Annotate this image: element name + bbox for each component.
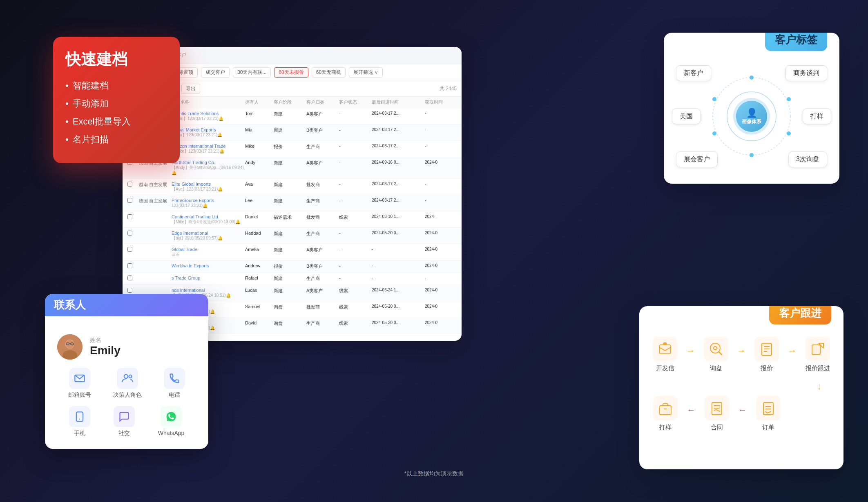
tag-exhibition[interactable]: 展会客户 xyxy=(676,151,718,167)
row-category: 生产商 xyxy=(306,198,339,204)
tag-usa[interactable]: 美国 xyxy=(672,109,701,124)
row-stage: 新建 xyxy=(274,275,306,282)
contract-icon xyxy=(705,396,729,420)
svg-rect-24 xyxy=(663,342,667,345)
email-label: 邮箱账号 xyxy=(68,391,91,399)
row-get-time: 2024-0 xyxy=(425,247,453,251)
row-get-time: - xyxy=(425,198,453,202)
row-status: 线索 xyxy=(339,214,372,220)
develop-icon xyxy=(653,337,677,361)
filter-deal[interactable]: 成交客户 xyxy=(201,67,230,78)
svg-rect-10 xyxy=(76,412,83,421)
svg-point-11 xyxy=(79,419,80,420)
tag-business-talk[interactable]: 商务谈判 xyxy=(785,65,827,81)
row-owner: Mike xyxy=(245,144,274,149)
row-status: 线索 xyxy=(339,304,372,310)
row-checkbox[interactable] xyxy=(127,231,132,235)
table-row[interactable]: 德国 自主发展 PrimeSource Exports 123(03/17 23… xyxy=(123,195,462,211)
list-item: Excel批量导入 xyxy=(65,116,167,128)
phone-label: 电话 xyxy=(169,391,180,399)
contact-title: 联系人 xyxy=(54,298,86,312)
svg-point-19 xyxy=(787,131,791,135)
row-last-follow: 2024-03-17 2... xyxy=(372,111,425,116)
row-checkbox[interactable] xyxy=(127,288,132,293)
row-last-follow: 2024-03-17 2... xyxy=(372,198,425,202)
contact-body: 姓名 Emily 邮箱账号 决策人角色 xyxy=(57,328,196,437)
arrow-1: → xyxy=(686,346,695,356)
col-last-follow: 最后跟进时间 xyxy=(372,99,425,105)
customer-tag-title: 客户标签 xyxy=(775,33,817,46)
table-row[interactable]: Edge International 【bid】高试(05/20 09:57)🔔… xyxy=(123,228,462,244)
row-last-follow: 2024-05-20 0... xyxy=(372,304,425,309)
quick-profile-list: 智能建档 手动添加 Excel批量导入 名片扫描 xyxy=(65,80,167,146)
row-owner: Lee xyxy=(245,198,274,203)
row-category: 批发商 xyxy=(306,182,339,188)
tag-sample[interactable]: 打样 xyxy=(803,109,831,124)
row-checkbox[interactable] xyxy=(127,182,132,187)
tag-inquiry3[interactable]: 3次询盘 xyxy=(788,151,827,167)
row-checkbox[interactable] xyxy=(127,263,132,268)
followup-content: 开发信 → 询盘 → 报价 → xyxy=(649,337,834,431)
row-checkbox[interactable] xyxy=(127,214,132,219)
row-get-time: 2024- xyxy=(425,214,453,219)
row-stage: 报价 xyxy=(274,144,306,150)
row-get-time: 2024-0 xyxy=(425,288,453,292)
svg-point-17 xyxy=(750,76,754,80)
contact-icon-mobile[interactable]: 手机 xyxy=(69,406,90,437)
customer-tag-header: 客户标签 xyxy=(765,33,827,51)
sample-label: 打样 xyxy=(659,424,672,431)
table-row[interactable]: s Trade Group Rafael 新建 生产商 - - - xyxy=(123,273,462,285)
row-last-follow: 2024-06-24 1... xyxy=(372,288,425,292)
row-company: Continental Trading Ltd. 【Mike】商洽4号发送(03… xyxy=(172,214,245,224)
svg-rect-40 xyxy=(660,406,671,415)
col-category: 客户归类 xyxy=(306,99,339,105)
table-row[interactable]: Global Trade 蓝石 Amelia 新建 A类客户 - - 2024-… xyxy=(123,244,462,260)
row-source: 德国 自主发展 xyxy=(139,198,172,204)
row-stage: 询盘 xyxy=(274,304,306,310)
arrow-3: → xyxy=(788,346,797,356)
contact-icon-role[interactable]: 决策人角色 xyxy=(113,368,142,399)
contact-icon-email[interactable]: 邮箱账号 xyxy=(68,368,91,399)
row-checkbox[interactable] xyxy=(127,275,132,280)
filter-60day-biz[interactable]: 60天无商机 xyxy=(312,67,346,78)
row-get-time: 2024-0 xyxy=(425,231,453,235)
row-status: - xyxy=(339,182,372,187)
row-last-follow: 2024-05-20 0... xyxy=(372,320,425,325)
row-status: - xyxy=(339,231,372,235)
row-stage: 报价 xyxy=(274,263,306,269)
row-category: A类客户 xyxy=(306,247,339,253)
mobile-label: 手机 xyxy=(74,430,85,437)
row-checkbox[interactable] xyxy=(127,247,132,252)
row-company: Worldwide Exports xyxy=(172,263,245,268)
contact-icon-phone[interactable]: 电话 xyxy=(164,368,185,399)
tag-new-customer[interactable]: 新客户 xyxy=(676,65,711,81)
svg-point-20 xyxy=(750,153,754,157)
row-checkbox[interactable] xyxy=(127,198,132,203)
order-icon xyxy=(756,396,781,420)
row-stage: 新建 xyxy=(274,182,306,188)
table-row[interactable]: 越南 自主发展 Elite Global Imports 【Ava】123(03… xyxy=(123,179,462,195)
contact-icon-social[interactable]: 社交 xyxy=(114,406,135,437)
svg-line-27 xyxy=(719,352,722,355)
row-company: Atlantic Trade Solutions 【Tom】123(03/17 … xyxy=(172,111,245,121)
filter-expand[interactable]: 展开筛选 ∨ xyxy=(349,67,383,78)
row-owner: Ava xyxy=(245,182,274,187)
row-category: A类客户 xyxy=(306,288,339,294)
quote-label: 报价 xyxy=(761,364,773,372)
row-stage: 新建 xyxy=(274,198,306,204)
action-export[interactable]: 导出 xyxy=(181,84,200,94)
contact-icons-row1: 邮箱账号 决策人角色 电话 xyxy=(57,368,196,399)
row-owner: David xyxy=(245,320,274,325)
contact-icon-whatsapp[interactable]: WhatsApp xyxy=(158,406,185,437)
row-last-follow: 2024-03-10 1... xyxy=(372,214,425,219)
row-get-time: - xyxy=(425,111,453,116)
row-owner: Rafael xyxy=(245,275,274,280)
row-stage: 新建 xyxy=(274,231,306,237)
table-row[interactable]: Continental Trading Ltd. 【Mike】商洽4号发送(03… xyxy=(123,211,462,228)
row-stage: 新建 xyxy=(274,111,306,117)
row-stage: 描述需求 xyxy=(274,214,306,220)
filter-30day[interactable]: 30天内有联... xyxy=(233,67,271,78)
row-owner: Andy xyxy=(245,160,274,165)
table-row[interactable]: Worldwide Exports Andrew 报价 B类客户 - - 202… xyxy=(123,260,462,273)
filter-60day-quote[interactable]: 60天未报价 xyxy=(274,67,308,78)
